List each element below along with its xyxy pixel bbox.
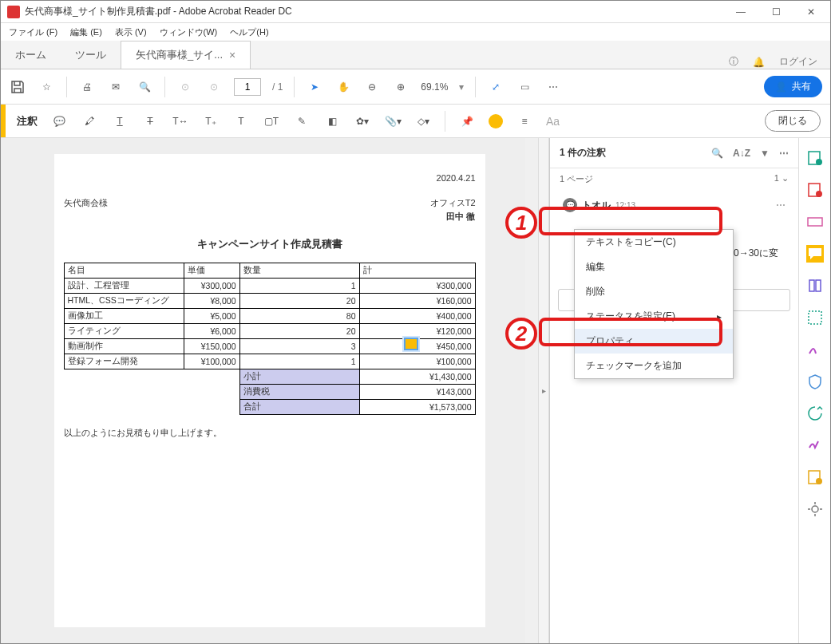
- grand-row: 合計¥1,573,000: [64, 400, 475, 415]
- text-icon[interactable]: T: [232, 113, 250, 130]
- hand-icon[interactable]: ✋: [334, 78, 352, 96]
- print-icon[interactable]: 🖨: [78, 78, 96, 96]
- rail-sign-icon[interactable]: [806, 341, 824, 358]
- save-icon[interactable]: [9, 78, 26, 96]
- sticky-note-icon[interactable]: [404, 338, 418, 350]
- underline-icon[interactable]: T: [111, 113, 129, 130]
- svg-point-3: [816, 191, 822, 197]
- doc-office: オフィスT2: [430, 197, 476, 209]
- rail-fill-sign-icon[interactable]: [806, 437, 824, 454]
- fit-width-icon[interactable]: ⤢: [487, 78, 505, 96]
- comment-body-partial: 0→30に変: [734, 247, 778, 260]
- context-menu: テキストをコピー(C) 編集 削除 ステータスを設定(E)▸ プロパティ チェッ…: [574, 229, 734, 379]
- line-weight-icon[interactable]: ≡: [516, 113, 533, 130]
- minimize-button[interactable]: —: [723, 1, 758, 23]
- tab-home[interactable]: ホーム: [1, 41, 61, 69]
- tab-close-icon[interactable]: ×: [229, 49, 235, 61]
- menu-window[interactable]: ウィンドウ(W): [156, 25, 221, 40]
- page-number-input[interactable]: [234, 78, 261, 96]
- login-link[interactable]: ログイン: [779, 55, 817, 69]
- rail-protect-icon[interactable]: [806, 373, 824, 390]
- stamp-icon[interactable]: ✿▾: [354, 113, 371, 130]
- rail-combine-icon[interactable]: [806, 181, 824, 199]
- mail-icon[interactable]: ✉: [107, 78, 125, 96]
- page-up-icon[interactable]: ⊙: [176, 78, 194, 96]
- menu-view[interactable]: 表示 (V): [112, 25, 150, 40]
- table-row: 設計、工程管理¥300,0001¥300,000: [64, 279, 475, 294]
- insert-text-icon[interactable]: T₊: [202, 113, 220, 130]
- rail-more-tools-icon[interactable]: [806, 500, 824, 518]
- share-label: 共有: [792, 80, 811, 93]
- menu-add-checkmark[interactable]: チェックマークを追加: [575, 354, 733, 378]
- annot-close-button[interactable]: 閉じる: [765, 110, 821, 132]
- text-style-icon[interactable]: Aa: [546, 115, 560, 128]
- comments-title: 1 件の注釈: [560, 146, 606, 160]
- rail-compress-icon[interactable]: [806, 309, 824, 326]
- zoom-out-icon[interactable]: ⊖: [363, 78, 381, 96]
- bell-icon[interactable]: 🔔: [753, 57, 765, 68]
- menu-help[interactable]: ヘルプ(H): [227, 25, 271, 40]
- rail-create-pdf-icon[interactable]: [806, 149, 824, 167]
- tools-rail: [798, 138, 830, 643]
- tab-tools[interactable]: ツール: [61, 41, 121, 69]
- search-icon[interactable]: 🔍: [136, 78, 153, 96]
- page-down-icon[interactable]: ⊙: [205, 78, 223, 96]
- textbox-icon[interactable]: ▢T: [263, 113, 280, 130]
- color-dot[interactable]: [489, 114, 503, 128]
- close-button[interactable]: ✕: [793, 1, 829, 23]
- menu-file[interactable]: ファイル (F): [6, 25, 61, 40]
- zoom-dropdown-icon[interactable]: ▾: [459, 81, 464, 93]
- main-area: 2020.4.21 矢代商会様 オフィスT2 田中 徹 キャンペーンサイト作成見…: [1, 138, 830, 643]
- comment-menu-icon[interactable]: ⋯: [776, 200, 785, 211]
- help-icon[interactable]: ⓘ: [729, 55, 738, 69]
- strikethrough-icon[interactable]: T: [141, 113, 159, 130]
- menu-edit[interactable]: 編集 (E): [67, 25, 105, 40]
- rail-convert-icon[interactable]: [806, 468, 824, 486]
- share-button[interactable]: 👤 共有: [764, 76, 822, 97]
- page-total: / 1: [272, 81, 283, 93]
- svg-point-1: [816, 159, 822, 165]
- document-view[interactable]: 2020.4.21 矢代商会様 オフィスT2 田中 徹 キャンペーンサイト作成見…: [1, 138, 538, 643]
- menu-delete[interactable]: 削除: [575, 279, 733, 304]
- callout-marker-1: 1: [539, 207, 722, 235]
- page-group-label: 1 ページ: [560, 173, 593, 185]
- rail-organize-icon[interactable]: [806, 277, 824, 294]
- reading-mode-icon[interactable]: ▭: [516, 78, 533, 96]
- highlight-icon[interactable]: 🖍: [81, 113, 98, 130]
- titlebar: 矢代商事様_サイト制作見積書.pdf - Adobe Acrobat Reade…: [1, 1, 830, 23]
- attach-icon[interactable]: 📎▾: [384, 113, 402, 130]
- pointer-icon[interactable]: ➤: [306, 78, 323, 96]
- page-group[interactable]: 1 ページ 1 ⌄: [550, 168, 798, 190]
- annot-label: 注釈: [17, 114, 38, 128]
- more-icon[interactable]: ⋯: [544, 78, 562, 96]
- table-row: 登録フォーム開発¥100,0001¥100,000: [64, 354, 475, 369]
- th-name: 名目: [64, 263, 184, 279]
- main-toolbar: ☆ 🖨 ✉ 🔍 ⊙ ⊙ / 1 ➤ ✋ ⊖ ⊕ 69.1% ▾ ⤢ ▭ ⋯ 👤 …: [1, 69, 830, 105]
- pencil-icon[interactable]: ✎: [293, 113, 311, 130]
- window-title: 矢代商事様_サイト制作見積書.pdf - Adobe Acrobat Reade…: [25, 5, 723, 18]
- zoom-level[interactable]: 69.1%: [421, 81, 448, 93]
- filter-icon[interactable]: ▼: [760, 148, 770, 159]
- search-comments-icon[interactable]: 🔍: [711, 148, 723, 159]
- shapes-icon[interactable]: ◇▾: [414, 113, 432, 130]
- tab-document-label: 矢代商事様_サイ...: [136, 48, 223, 62]
- rail-export-icon[interactable]: [806, 405, 824, 422]
- eraser-icon[interactable]: ◧: [323, 113, 341, 130]
- comment-icon[interactable]: 💬: [50, 113, 68, 130]
- star-icon[interactable]: ☆: [38, 78, 55, 96]
- replace-text-icon[interactable]: T↔: [172, 113, 189, 130]
- pin-icon[interactable]: 📌: [458, 113, 476, 130]
- menu-edit[interactable]: 編集: [575, 255, 733, 279]
- rail-comment-icon[interactable]: [806, 245, 824, 263]
- options-icon[interactable]: ⋯: [779, 148, 789, 159]
- rail-edit-icon[interactable]: [806, 213, 824, 231]
- svg-rect-4: [808, 218, 822, 226]
- doc-title: キャンペーンサイト作成見積書: [64, 237, 476, 251]
- tab-document[interactable]: 矢代商事様_サイ... ×: [121, 41, 251, 69]
- comments-header: 1 件の注釈 🔍 A↓Z ▼ ⋯: [550, 138, 798, 168]
- zoom-in-icon[interactable]: ⊕: [392, 78, 410, 96]
- sort-icon[interactable]: A↓Z: [733, 148, 750, 159]
- callout-marker-2: 2: [539, 318, 722, 346]
- maximize-button[interactable]: ☐: [758, 1, 793, 23]
- table-row: 画像加工¥5,00080¥400,000: [64, 309, 475, 324]
